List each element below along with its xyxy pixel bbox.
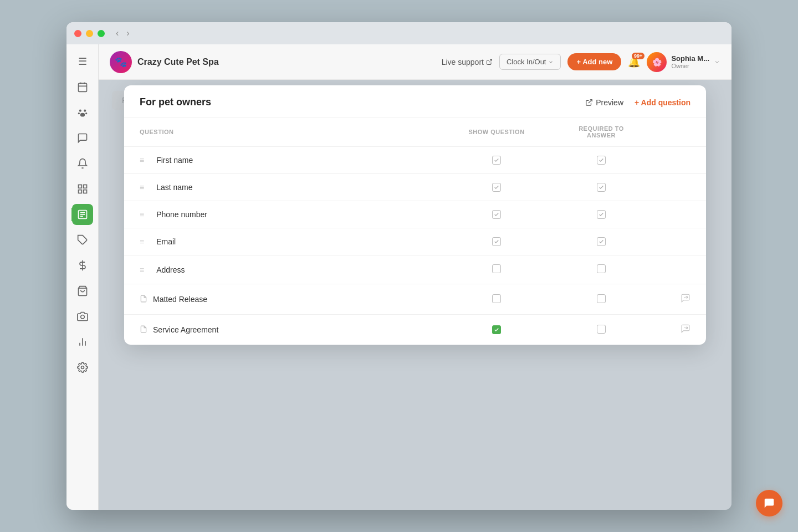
sidebar-item-forms[interactable] (72, 204, 93, 225)
svg-point-20 (80, 315, 84, 319)
user-role: Owner (671, 63, 709, 69)
svg-point-8 (80, 113, 84, 117)
drag-handle[interactable]: ≡ (140, 210, 144, 219)
sidebar-item-bell[interactable] (72, 153, 93, 174)
sidebar-item-tag[interactable] (72, 229, 93, 250)
drag-handle[interactable]: ≡ (140, 183, 144, 192)
modal: For pet owners Preview + Add question (124, 85, 706, 345)
question-cell-matted_release: Matted Release (124, 284, 444, 315)
modal-body: QUESTION SHOW QUESTION REQUIRED TO ANSWE… (124, 117, 706, 345)
svg-rect-11 (78, 190, 81, 193)
sidebar-item-settings[interactable] (72, 357, 93, 378)
table-row: ≡First name (124, 147, 706, 174)
preview-button[interactable]: Preview (585, 98, 623, 107)
question-cell-address: ≡Address (124, 255, 444, 284)
action-cell (654, 284, 707, 315)
drag-handle[interactable]: ≡ (140, 265, 144, 274)
col-header-required: REQUIRED TO ANSWER (549, 117, 654, 147)
sidebar-item-chart[interactable] (72, 331, 93, 352)
action-cell (654, 174, 707, 201)
notification-button[interactable]: 🔔 99+ (628, 56, 640, 68)
question-cell-first_name: ≡First name (124, 147, 444, 174)
chat-icon (763, 497, 775, 509)
table-row: ≡Last name (124, 174, 706, 201)
action-cell (654, 147, 707, 174)
svg-point-24 (81, 366, 84, 369)
clock-inout-button[interactable]: Clock In/Out (499, 54, 561, 70)
sidebar-item-shop[interactable] (72, 280, 93, 301)
sidebar-item-paw[interactable] (72, 102, 93, 123)
titlebar: ‹ › (66, 22, 732, 44)
show-checkbox-last_name[interactable] (492, 183, 501, 192)
svg-rect-0 (78, 83, 86, 91)
svg-rect-12 (83, 190, 86, 193)
drag-handle[interactable]: ≡ (140, 156, 144, 165)
live-support-button[interactable]: Live support (442, 58, 493, 66)
main-content: 🐾 Crazy Cute Pet Spa Live support Clock … (99, 44, 732, 510)
question-label: Matted Release (153, 295, 207, 304)
brand-logo: 🐾 (110, 51, 132, 73)
topbar-actions: Live support Clock In/Out + Add new 🔔 99… (442, 52, 720, 72)
drag-handle[interactable]: ≡ (140, 237, 144, 246)
sidebar-item-camera[interactable] (72, 306, 93, 327)
user-name: Sophia M... (671, 54, 709, 63)
app-window: ‹ › ☰ (66, 22, 732, 510)
required-checkbox-last_name[interactable] (597, 183, 606, 192)
close-button[interactable] (74, 30, 81, 37)
show-checkbox-cell (444, 315, 549, 345)
chat-bubble[interactable] (756, 490, 782, 516)
sidebar-item-hamburger[interactable]: ☰ (72, 51, 93, 72)
required-checkbox-service_agreement[interactable] (597, 325, 606, 334)
user-info[interactable]: 🌸 Sophia M... Owner (647, 52, 720, 72)
modal-overlay: For pet owners Preview + Add question (99, 80, 732, 510)
question-cell-phone_number: ≡Phone number (124, 201, 444, 228)
required-checkbox-matted_release[interactable] (597, 294, 606, 303)
table-row: Matted Release (124, 284, 706, 315)
maximize-button[interactable] (98, 30, 105, 37)
sidebar-item-dollar[interactable] (72, 255, 93, 276)
show-checkbox-cell (444, 147, 549, 174)
forward-button[interactable]: › (124, 27, 131, 39)
show-checkbox-cell (444, 255, 549, 284)
show-checkbox-email[interactable] (492, 237, 501, 246)
question-label: First name (156, 156, 193, 165)
svg-rect-9 (78, 185, 81, 188)
show-checkbox-address[interactable] (492, 264, 501, 273)
question-label: Service Agreement (153, 325, 218, 334)
add-new-button[interactable]: + Add new (567, 53, 621, 70)
question-label: Last name (156, 183, 192, 192)
back-button[interactable]: ‹ (114, 27, 121, 39)
table-row: ≡Phone number (124, 201, 706, 228)
minimize-button[interactable] (86, 30, 93, 37)
add-question-button[interactable]: + Add question (635, 98, 690, 107)
sidebar-item-chat[interactable] (72, 127, 93, 149)
sidebar-item-grid[interactable] (72, 178, 93, 200)
modal-title: For pet owners (140, 96, 211, 108)
show-checkbox-phone_number[interactable] (492, 210, 501, 219)
required-checkbox-phone_number[interactable] (597, 210, 606, 219)
view-action-icon[interactable] (681, 295, 690, 305)
show-checkbox-cell (444, 284, 549, 315)
view-action-icon[interactable] (681, 326, 690, 335)
svg-point-7 (85, 112, 87, 114)
question-label: Address (156, 265, 185, 274)
required-checkbox-cell (549, 201, 654, 228)
nav-arrows: ‹ › (114, 27, 132, 39)
show-checkbox-matted_release[interactable] (492, 294, 501, 303)
doc-icon (140, 294, 147, 305)
required-checkbox-cell (549, 255, 654, 284)
chevron-down-icon (714, 59, 720, 65)
required-checkbox-email[interactable] (597, 237, 606, 246)
required-checkbox-cell (549, 284, 654, 315)
required-checkbox-cell (549, 147, 654, 174)
required-checkbox-first_name[interactable] (597, 156, 606, 165)
show-checkbox-first_name[interactable] (492, 156, 501, 165)
show-checkbox-service_agreement[interactable] (492, 325, 501, 334)
required-checkbox-address[interactable] (597, 264, 606, 273)
show-checkbox-cell (444, 174, 549, 201)
content-area: Received submission (10) Setting For pet… (99, 80, 732, 510)
doc-icon (140, 325, 147, 335)
svg-point-29 (686, 327, 688, 329)
table-row: ≡Email (124, 228, 706, 255)
sidebar-item-calendar[interactable] (72, 76, 93, 98)
